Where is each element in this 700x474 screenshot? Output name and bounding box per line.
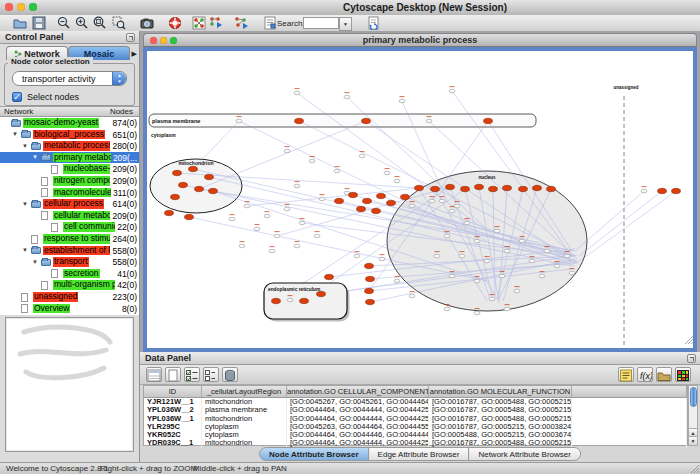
layout-icon[interactable] <box>233 16 247 30</box>
open-session-icon[interactable] <box>13 16 27 30</box>
network-node[interactable] <box>236 119 242 123</box>
tree-row[interactable]: ▼biological_process651(0) <box>0 129 139 141</box>
float-panel-icon[interactable] <box>126 33 135 42</box>
search-dropdown-button[interactable]: ▼ <box>339 17 352 31</box>
network-node-selected[interactable] <box>372 208 381 213</box>
scrollbar-thumb[interactable] <box>690 387 697 407</box>
network-node-selected[interactable] <box>171 194 180 199</box>
zoom-window-icon[interactable] <box>29 3 37 11</box>
table-column-header[interactable]: _cellularLayoutRegion <box>202 386 287 397</box>
tree-row[interactable]: cellular metabo209(0) <box>0 210 139 222</box>
network-node[interactable] <box>429 199 435 203</box>
network-node-selected[interactable] <box>357 206 366 211</box>
network-node[interactable] <box>484 259 490 263</box>
network-node[interactable] <box>287 298 293 302</box>
network-node-selected[interactable] <box>317 291 326 296</box>
network-node-selected[interactable] <box>325 274 334 279</box>
network-node-selected[interactable] <box>179 182 188 187</box>
network-node[interactable] <box>264 214 270 218</box>
network-node[interactable] <box>409 204 415 208</box>
network-node-selected[interactable] <box>165 210 174 215</box>
tree-row[interactable]: ▼metabolic process280(0) <box>0 140 139 152</box>
network-node-selected[interactable] <box>300 298 309 303</box>
delete-attribute-icon[interactable] <box>222 367 238 382</box>
network-node[interactable] <box>334 169 340 173</box>
tree-row[interactable]: ▼transport558(0) <box>0 256 139 268</box>
table-scrollbar[interactable]: ▲ ▼ <box>688 385 698 446</box>
window-titlebar[interactable]: Cytoscape Desktop (New Session) <box>0 0 700 16</box>
network-node[interactable] <box>439 199 445 203</box>
network-node[interactable] <box>274 234 280 238</box>
network-graph[interactable]: plasma membranecytoplasmmitochondrionnuc… <box>147 51 693 348</box>
network-node[interactable] <box>449 209 455 213</box>
network-node-selected[interactable] <box>401 194 410 199</box>
vizmapper-icon[interactable] <box>208 16 222 30</box>
network-node[interactable] <box>399 99 405 103</box>
select-attributes-icon[interactable] <box>146 367 162 382</box>
select-nodes-checkbox[interactable]: ✓ <box>12 92 22 102</box>
create-attribute-icon[interactable] <box>165 367 181 382</box>
network-node-selected[interactable] <box>431 186 440 191</box>
network-node-selected[interactable] <box>366 299 375 304</box>
tree-row[interactable]: nucleobase-209(0) <box>0 163 139 175</box>
network-node[interactable] <box>294 184 300 188</box>
network-node[interactable] <box>359 154 365 158</box>
scroll-down-icon[interactable]: ▼ <box>689 436 697 445</box>
network-node[interactable] <box>444 234 450 238</box>
minimize-window-icon[interactable] <box>17 3 25 11</box>
network-node[interactable] <box>569 271 575 275</box>
table-column-header[interactable]: ID <box>144 386 202 397</box>
close-window-icon[interactable] <box>5 3 13 11</box>
network-node[interactable] <box>309 159 315 163</box>
network-node[interactable] <box>514 289 520 293</box>
table-row[interactable]: YPL036W__1mitochondrion[GO:0044464, GO:0… <box>144 415 687 423</box>
tree-row[interactable]: multi-organism pro42(0) <box>0 279 139 291</box>
network-node-selected[interactable] <box>272 298 281 303</box>
network-node-selected[interactable] <box>658 188 667 193</box>
network-node-selected[interactable] <box>173 170 182 175</box>
tree-row[interactable]: ▼establishment of lo558(0) <box>0 245 139 257</box>
tree-row[interactable]: cell communicat22(0) <box>0 221 139 233</box>
network-node-selected[interactable] <box>387 200 396 205</box>
network-node[interactable] <box>449 274 455 278</box>
network-canvas[interactable]: plasma membranecytoplasmmitochondrionnuc… <box>147 51 693 348</box>
attribute-table-header[interactable]: ID_cellularLayoutRegionannotation.GO CEL… <box>144 386 687 398</box>
network-node[interactable] <box>426 119 432 123</box>
network-node-selected[interactable] <box>484 118 493 123</box>
zoom-selected-icon[interactable] <box>112 16 126 30</box>
attribute-browser-tab[interactable]: Network Attribute Browser <box>468 447 580 461</box>
zoom-in-icon[interactable] <box>75 16 89 30</box>
network-node[interactable] <box>529 259 535 263</box>
network-node[interactable] <box>394 279 400 283</box>
network-node-selected[interactable] <box>366 276 375 281</box>
tree-row[interactable]: macromolecule311(0) <box>0 187 139 199</box>
network-node-selected[interactable] <box>195 186 204 191</box>
network-node-selected[interactable] <box>547 186 556 191</box>
network-view-frame[interactable]: primary metabolic process plasma membran… <box>143 33 697 352</box>
network-node[interactable] <box>344 95 350 99</box>
network-node-selected[interactable] <box>446 184 455 189</box>
network-node-selected[interactable] <box>189 166 198 171</box>
network-node[interactable] <box>564 254 570 258</box>
tab-overflow-arrow-icon[interactable]: ▶ <box>132 50 137 58</box>
network-node[interactable] <box>504 249 510 253</box>
network-node-selected[interactable] <box>377 193 386 198</box>
network-node-selected[interactable] <box>363 198 372 203</box>
table-row[interactable]: YLR295Ccytoplasm[GO:0045263, GO:0044464,… <box>144 423 687 431</box>
network-node[interactable] <box>464 221 470 225</box>
tree-expand-icon[interactable]: ▼ <box>22 201 28 207</box>
network-node-selected[interactable] <box>503 185 512 190</box>
network-overview-icon[interactable] <box>192 16 206 30</box>
attribute-browser-tab[interactable]: Edge Attribute Browser <box>368 447 470 461</box>
network-node-selected[interactable] <box>335 198 344 203</box>
network-node[interactable] <box>384 171 390 175</box>
save-session-icon[interactable] <box>32 16 46 30</box>
network-node[interactable] <box>454 204 460 208</box>
network-node[interactable] <box>641 189 647 193</box>
network-node[interactable] <box>434 254 440 258</box>
network-node[interactable] <box>444 307 450 311</box>
network-node[interactable] <box>294 91 300 95</box>
tree-row[interactable]: Overview8(0) <box>0 303 139 315</box>
network-node[interactable] <box>239 244 245 248</box>
network-node[interactable] <box>314 234 320 238</box>
